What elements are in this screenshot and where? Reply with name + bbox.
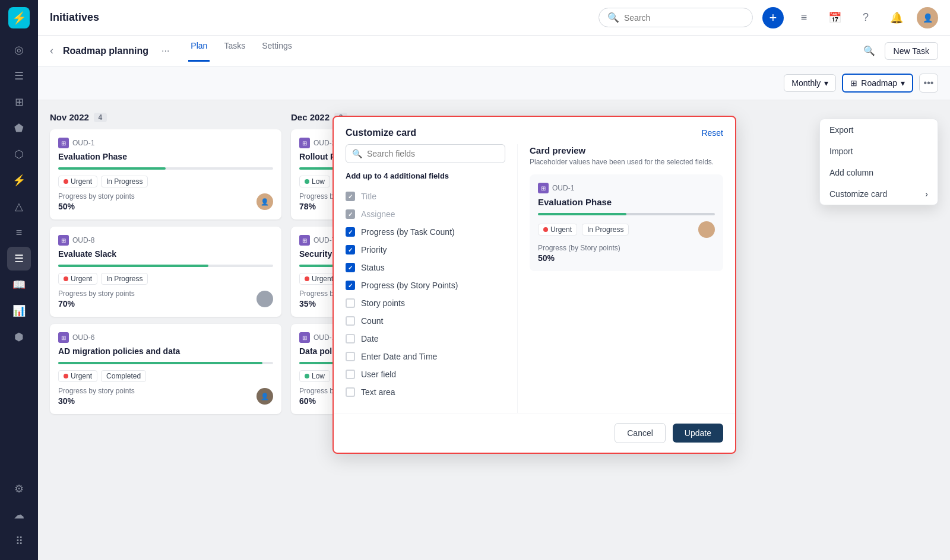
field-assignee: Assignee bbox=[346, 205, 505, 223]
column-count-nov: 4 bbox=[94, 113, 107, 122]
sidebar-icon-bell[interactable]: △ bbox=[7, 195, 31, 218]
user-avatar[interactable]: 👤 bbox=[917, 7, 938, 28]
field-datetime[interactable]: Enter Date and Time bbox=[346, 348, 505, 365]
search-fields-container[interactable]: 🔍 bbox=[346, 144, 505, 163]
card-avatar: 👤 bbox=[256, 193, 273, 210]
progress-bar-bg-6 bbox=[58, 362, 273, 364]
card-oud-1[interactable]: ⊞ OUD-1 Evaluation Phase Urgent In Progr… bbox=[50, 129, 281, 219]
low-dot-10 bbox=[305, 374, 309, 378]
menu-item-import[interactable]: Import bbox=[820, 141, 938, 162]
preview-bottom: Progress (by Story points) 50% bbox=[538, 244, 715, 263]
checkbox-status[interactable] bbox=[346, 263, 355, 272]
subheader-search-icon[interactable]: 🔍 bbox=[860, 42, 879, 61]
search-input[interactable] bbox=[624, 13, 744, 23]
search-fields-input[interactable] bbox=[367, 149, 499, 158]
preview-title: Card preview bbox=[530, 145, 723, 155]
checkbox-count[interactable] bbox=[346, 316, 355, 326]
sidebar-icon-chart[interactable]: 📊 bbox=[7, 299, 31, 323]
checkbox-textarea[interactable] bbox=[346, 387, 355, 397]
card-bottom-8: Progress by story points 70% bbox=[58, 289, 273, 308]
field-date[interactable]: Date bbox=[346, 330, 505, 348]
checkbox-title bbox=[346, 192, 355, 201]
sidebar-icon-settings[interactable]: ⚙ bbox=[7, 477, 31, 501]
reset-button[interactable]: Reset bbox=[701, 128, 723, 138]
sidebar-icon-book[interactable]: 📖 bbox=[7, 273, 31, 297]
field-count[interactable]: Count bbox=[346, 312, 505, 330]
preview-progress-label: Progress (by Story points) bbox=[538, 244, 620, 252]
checkbox-story-points[interactable] bbox=[346, 298, 355, 308]
sidebar-icon-document[interactable]: ☰ bbox=[7, 247, 31, 271]
field-user-label: User field bbox=[361, 370, 396, 379]
field-priority[interactable]: Priority bbox=[346, 241, 505, 259]
progress-bar-8 bbox=[58, 265, 208, 267]
menu-item-add-column[interactable]: Add column bbox=[820, 162, 938, 183]
monthly-dropdown[interactable]: Monthly ▾ bbox=[784, 74, 836, 92]
notifications-icon[interactable]: 🔔 bbox=[886, 7, 907, 28]
sidebar-icon-shield[interactable]: ⬡ bbox=[7, 142, 31, 166]
field-progress-story[interactable]: Progress (by Story Points) bbox=[346, 276, 505, 294]
sidebar-icon-cloud[interactable]: ☁ bbox=[7, 503, 31, 527]
search-fields-icon: 🔍 bbox=[352, 149, 362, 158]
page-title: Roadmap planning bbox=[63, 46, 148, 56]
field-story-points[interactable]: Story points bbox=[346, 294, 505, 312]
cancel-button[interactable]: Cancel bbox=[615, 423, 666, 443]
new-task-button[interactable]: New Task bbox=[885, 42, 938, 60]
card-oud-6[interactable]: ⊞ OUD-6 AD migration policies and data U… bbox=[50, 324, 281, 414]
card-id-6: OUD-6 bbox=[72, 333, 94, 342]
tab-plan[interactable]: Plan bbox=[188, 41, 210, 62]
roadmap-label: Roadmap bbox=[861, 78, 897, 88]
sidebar-icon-layers[interactable]: ≡ bbox=[7, 221, 31, 244]
toolbar-more-button[interactable]: ••• bbox=[919, 74, 938, 93]
preview-subtitle: Placeholder values have been used for th… bbox=[530, 158, 723, 166]
preview-avatar bbox=[698, 221, 715, 238]
menu-item-customize-card[interactable]: Customize card › bbox=[820, 183, 938, 205]
field-status[interactable]: Status bbox=[346, 259, 505, 276]
preview-card-icon: ⊞ bbox=[538, 183, 549, 193]
tab-bar: Plan Tasks Settings bbox=[188, 41, 294, 61]
sidebar-icon-people[interactable]: ⬢ bbox=[7, 325, 31, 349]
tab-tasks[interactable]: Tasks bbox=[221, 41, 248, 62]
sidebar-icon-bug[interactable]: ⬟ bbox=[7, 116, 31, 140]
preview-card-title: Evaluation Phase bbox=[538, 197, 715, 207]
checkbox-priority[interactable] bbox=[346, 245, 355, 254]
add-column-label: Add column bbox=[829, 168, 873, 177]
checkbox-progress-task[interactable] bbox=[346, 227, 355, 237]
tag-urgent: Urgent bbox=[58, 176, 97, 187]
card-bottom: Progress by story points 50% 👤 bbox=[58, 192, 273, 211]
more-options-button[interactable]: ··· bbox=[158, 43, 173, 59]
progress-label-8: Progress by story points bbox=[58, 289, 135, 298]
card-avatar-6: 👤 bbox=[256, 388, 273, 405]
checkbox-date[interactable] bbox=[346, 334, 355, 343]
toolbar: Monthly ▾ ⊞ Roadmap ▾ ••• bbox=[38, 66, 950, 100]
preview-card-id: OUD-1 bbox=[552, 184, 574, 192]
card-id: OUD-1 bbox=[72, 139, 94, 147]
help-icon[interactable]: ? bbox=[855, 7, 876, 28]
list-icon[interactable]: ≡ bbox=[793, 7, 815, 28]
back-button[interactable]: ‹ bbox=[50, 44, 53, 57]
checkbox-datetime[interactable] bbox=[346, 352, 355, 361]
preview-urgent-dot bbox=[543, 227, 548, 232]
card-id-icon-10: ⊞ bbox=[299, 332, 310, 343]
menu-item-export[interactable]: Export bbox=[820, 119, 938, 141]
roadmap-dropdown[interactable]: ⊞ Roadmap ▾ bbox=[842, 74, 913, 93]
update-button[interactable]: Update bbox=[673, 424, 723, 443]
fields-column: 🔍 Add up to 4 additional fields Title As… bbox=[334, 144, 518, 413]
calendar-icon[interactable]: 📅 bbox=[824, 7, 846, 28]
tab-settings[interactable]: Settings bbox=[259, 41, 294, 62]
checkbox-user[interactable] bbox=[346, 370, 355, 379]
global-search[interactable]: 🔍 bbox=[598, 8, 753, 27]
sidebar-icon-circle[interactable]: ◎ bbox=[7, 38, 31, 62]
sidebar-icon-bolt[interactable]: ⚡ bbox=[7, 168, 31, 192]
sidebar-icon-tag[interactable]: ⊞ bbox=[7, 90, 31, 114]
field-textarea[interactable]: Text area bbox=[346, 383, 505, 401]
card-tags: Urgent In Progress bbox=[58, 176, 273, 187]
field-progress-task[interactable]: Progress (by Task Count) bbox=[346, 223, 505, 241]
checkbox-progress-story[interactable] bbox=[346, 281, 355, 290]
sidebar-icon-dots-grid[interactable]: ⠿ bbox=[7, 529, 31, 553]
chevron-down-icon-2: ▾ bbox=[901, 78, 905, 88]
app-logo[interactable]: ⚡ bbox=[8, 7, 30, 28]
sidebar-icon-inbox[interactable]: ☰ bbox=[7, 64, 31, 88]
add-button[interactable]: + bbox=[762, 7, 784, 28]
field-user[interactable]: User field bbox=[346, 365, 505, 383]
card-oud-8[interactable]: ⊞ OUD-8 Evaluate Slack Urgent In Progres… bbox=[50, 227, 281, 317]
